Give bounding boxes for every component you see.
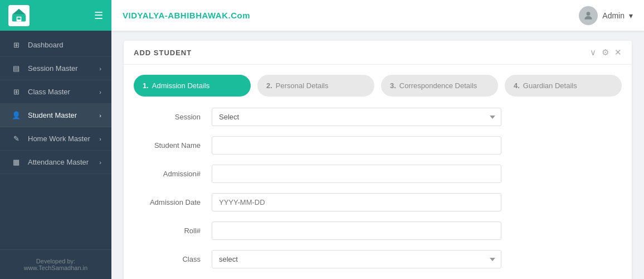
collapse-icon[interactable]: ∨	[590, 47, 596, 57]
svg-marker-1	[12, 8, 26, 15]
class-label: Class	[134, 255, 212, 263]
class-select[interactable]: select	[212, 250, 501, 268]
step-1-num: 1.	[143, 81, 149, 90]
logo-icon	[8, 5, 30, 26]
sidebar-item-label: Home Work Master	[28, 134, 90, 143]
chevron-right-icon: ›	[99, 65, 101, 72]
chevron-right-icon: ›	[99, 112, 101, 119]
admission-date-row: Admission Date	[134, 193, 622, 211]
sidebar-item-dashboard[interactable]: ⊞ Dashboard	[0, 33, 111, 57]
student-name-row: Student Name	[134, 136, 622, 155]
chevron-right-icon: ›	[99, 159, 101, 166]
roll-label: Roll#	[134, 227, 212, 235]
step-4-guardian-details[interactable]: 4. Guardian Details	[505, 75, 622, 97]
admission-date-label: Admission Date	[134, 198, 212, 206]
sidebar-nav: ⊞ Dashboard ▤ Session Master › ⊞ Class M…	[0, 31, 111, 249]
admission-number-row: Admission#	[134, 165, 622, 183]
step-4-label: Guardian Details	[523, 81, 577, 90]
sidebar-item-label: Session Master	[28, 64, 78, 73]
step-2-label: Personal Details	[276, 81, 329, 90]
card-header: ADD STUDENT ∨ ⚙ ✕	[124, 41, 632, 65]
gear-icon[interactable]: ⚙	[602, 47, 609, 57]
student-icon: 👤	[10, 111, 22, 119]
session-row: Session Select	[134, 108, 622, 126]
footer-line2: www.TechSamadhan.in	[10, 264, 101, 271]
svg-point-5	[587, 12, 591, 16]
sidebar-logo: ☰	[0, 0, 111, 31]
step-2-num: 2.	[266, 81, 272, 90]
roll-input[interactable]	[212, 222, 501, 240]
sidebar-item-session-master[interactable]: ▤ Session Master ›	[0, 57, 111, 80]
step-2-personal-details[interactable]: 2. Personal Details	[257, 75, 374, 97]
session-label: Session	[134, 113, 212, 121]
add-student-card: ADD STUDENT ∨ ⚙ ✕ 1. Admission Details 2…	[124, 41, 632, 279]
step-3-label: Correspondence Details	[399, 81, 477, 90]
sidebar-item-homework-master[interactable]: ✎ Home Work Master ›	[0, 127, 111, 151]
avatar	[579, 6, 598, 25]
step-4-num: 4.	[514, 81, 520, 90]
dashboard-icon: ⊞	[10, 41, 22, 49]
svg-rect-3	[17, 17, 19, 20]
step-1-admission-details[interactable]: 1. Admission Details	[134, 75, 251, 97]
sidebar-item-student-master[interactable]: 👤 Student Master ›	[0, 104, 111, 127]
chevron-right-icon: ›	[99, 89, 101, 95]
roll-row: Roll#	[134, 222, 622, 240]
admission-number-label: Admission#	[134, 170, 212, 178]
topbar: VIDYALYA-ABHIBHAWAK.Com Admin ▾	[111, 0, 644, 31]
steps-nav: 1. Admission Details 2. Personal Details…	[124, 65, 632, 102]
step-3-num: 3.	[390, 81, 396, 90]
sidebar-item-attendance-master[interactable]: ▦ Attendance Master ›	[0, 151, 111, 174]
user-label: Admin	[602, 11, 625, 20]
close-icon[interactable]: ✕	[614, 47, 622, 57]
sidebar-item-label: Attendance Master	[28, 158, 89, 166]
sidebar-footer: Developed by: www.TechSamadhan.in	[0, 249, 111, 279]
sidebar-item-label: Dashboard	[28, 41, 64, 49]
step-1-label: Admission Details	[152, 81, 209, 90]
footer-line1: Developed by:	[10, 258, 101, 264]
sidebar-item-label: Class Master	[28, 88, 70, 96]
class-icon: ⊞	[10, 88, 22, 96]
hamburger-icon[interactable]: ☰	[94, 9, 103, 22]
chevron-down-icon: ▾	[629, 11, 633, 20]
student-name-label: Student Name	[134, 141, 212, 150]
class-row: Class select	[134, 250, 622, 268]
chevron-right-icon: ›	[99, 136, 101, 142]
card-title: ADD STUDENT	[134, 49, 192, 57]
sidebar: ☰ ⊞ Dashboard ▤ Session Master › ⊞ Class…	[0, 0, 111, 279]
main-area: VIDYALYA-ABHIBHAWAK.Com Admin ▾ ADD STUD…	[111, 0, 644, 279]
main-content: ADD STUDENT ∨ ⚙ ✕ 1. Admission Details 2…	[111, 31, 644, 279]
svg-rect-4	[19, 17, 21, 20]
attendance-icon: ▦	[10, 158, 22, 166]
sidebar-item-label: Student Master	[28, 111, 77, 119]
app-title: VIDYALYA-ABHIBHAWAK.Com	[123, 11, 250, 20]
session-icon: ▤	[10, 64, 22, 73]
student-name-input[interactable]	[212, 136, 501, 155]
sidebar-item-class-master[interactable]: ⊞ Class Master ›	[0, 80, 111, 104]
card-actions: ∨ ⚙ ✕	[590, 47, 622, 57]
admission-form: Session Select Student Name Admission#	[124, 102, 632, 279]
admission-number-input[interactable]	[212, 165, 501, 183]
session-select[interactable]: Select	[212, 108, 501, 126]
step-3-correspondence-details[interactable]: 3. Correspondence Details	[381, 75, 498, 97]
homework-icon: ✎	[10, 134, 22, 143]
user-menu[interactable]: Admin ▾	[579, 6, 633, 25]
admission-date-input[interactable]	[212, 193, 501, 211]
